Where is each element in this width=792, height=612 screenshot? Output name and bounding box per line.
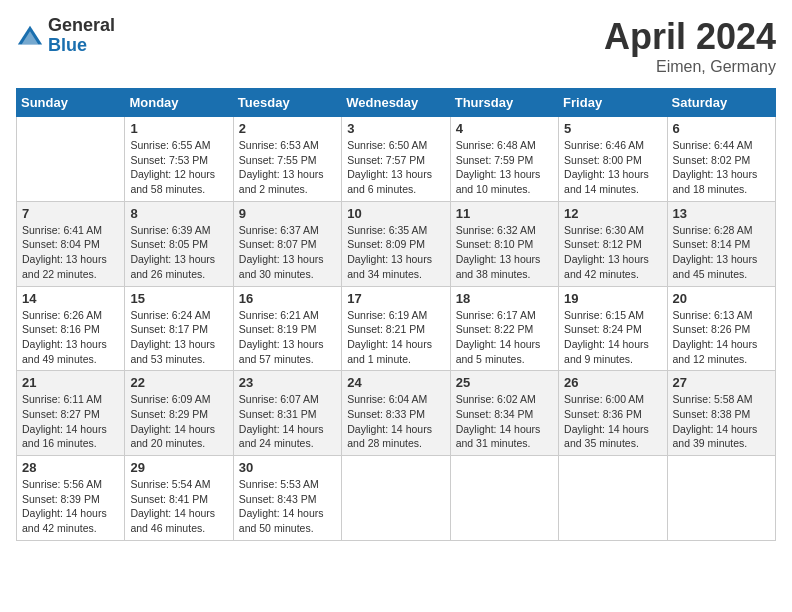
logo-text: General Blue	[48, 16, 115, 56]
cell-info: Sunrise: 6:04 AMSunset: 8:33 PMDaylight:…	[347, 392, 444, 451]
calendar-cell: 15Sunrise: 6:24 AMSunset: 8:17 PMDayligh…	[125, 286, 233, 371]
calendar-week-row: 7Sunrise: 6:41 AMSunset: 8:04 PMDaylight…	[17, 201, 776, 286]
cell-info: Sunrise: 6:19 AMSunset: 8:21 PMDaylight:…	[347, 308, 444, 367]
weekday-header-saturday: Saturday	[667, 89, 775, 117]
day-number: 27	[673, 375, 770, 390]
day-number: 10	[347, 206, 444, 221]
calendar-week-row: 14Sunrise: 6:26 AMSunset: 8:16 PMDayligh…	[17, 286, 776, 371]
day-number: 2	[239, 121, 336, 136]
cell-info: Sunrise: 6:21 AMSunset: 8:19 PMDaylight:…	[239, 308, 336, 367]
day-number: 16	[239, 291, 336, 306]
day-number: 8	[130, 206, 227, 221]
calendar-week-row: 21Sunrise: 6:11 AMSunset: 8:27 PMDayligh…	[17, 371, 776, 456]
cell-info: Sunrise: 6:41 AMSunset: 8:04 PMDaylight:…	[22, 223, 119, 282]
calendar-cell: 24Sunrise: 6:04 AMSunset: 8:33 PMDayligh…	[342, 371, 450, 456]
day-number: 12	[564, 206, 661, 221]
calendar-cell: 27Sunrise: 5:58 AMSunset: 8:38 PMDayligh…	[667, 371, 775, 456]
calendar-cell: 3Sunrise: 6:50 AMSunset: 7:57 PMDaylight…	[342, 117, 450, 202]
cell-info: Sunrise: 5:58 AMSunset: 8:38 PMDaylight:…	[673, 392, 770, 451]
calendar-cell: 4Sunrise: 6:48 AMSunset: 7:59 PMDaylight…	[450, 117, 558, 202]
calendar-cell: 7Sunrise: 6:41 AMSunset: 8:04 PMDaylight…	[17, 201, 125, 286]
calendar-cell	[17, 117, 125, 202]
calendar-cell: 17Sunrise: 6:19 AMSunset: 8:21 PMDayligh…	[342, 286, 450, 371]
day-number: 29	[130, 460, 227, 475]
calendar-cell: 18Sunrise: 6:17 AMSunset: 8:22 PMDayligh…	[450, 286, 558, 371]
cell-info: Sunrise: 6:09 AMSunset: 8:29 PMDaylight:…	[130, 392, 227, 451]
calendar-cell: 19Sunrise: 6:15 AMSunset: 8:24 PMDayligh…	[559, 286, 667, 371]
calendar-cell: 20Sunrise: 6:13 AMSunset: 8:26 PMDayligh…	[667, 286, 775, 371]
calendar-cell: 10Sunrise: 6:35 AMSunset: 8:09 PMDayligh…	[342, 201, 450, 286]
day-number: 18	[456, 291, 553, 306]
calendar-cell: 14Sunrise: 6:26 AMSunset: 8:16 PMDayligh…	[17, 286, 125, 371]
calendar-table: SundayMondayTuesdayWednesdayThursdayFrid…	[16, 88, 776, 541]
day-number: 21	[22, 375, 119, 390]
weekday-header-monday: Monday	[125, 89, 233, 117]
calendar-cell: 13Sunrise: 6:28 AMSunset: 8:14 PMDayligh…	[667, 201, 775, 286]
cell-info: Sunrise: 6:07 AMSunset: 8:31 PMDaylight:…	[239, 392, 336, 451]
weekday-header-thursday: Thursday	[450, 89, 558, 117]
weekday-header-wednesday: Wednesday	[342, 89, 450, 117]
calendar-cell: 28Sunrise: 5:56 AMSunset: 8:39 PMDayligh…	[17, 456, 125, 541]
calendar-cell: 5Sunrise: 6:46 AMSunset: 8:00 PMDaylight…	[559, 117, 667, 202]
calendar-cell: 6Sunrise: 6:44 AMSunset: 8:02 PMDaylight…	[667, 117, 775, 202]
day-number: 4	[456, 121, 553, 136]
day-number: 19	[564, 291, 661, 306]
calendar-cell	[667, 456, 775, 541]
calendar-cell: 26Sunrise: 6:00 AMSunset: 8:36 PMDayligh…	[559, 371, 667, 456]
day-number: 22	[130, 375, 227, 390]
calendar-cell	[450, 456, 558, 541]
cell-info: Sunrise: 6:39 AMSunset: 8:05 PMDaylight:…	[130, 223, 227, 282]
cell-info: Sunrise: 6:44 AMSunset: 8:02 PMDaylight:…	[673, 138, 770, 197]
cell-info: Sunrise: 6:32 AMSunset: 8:10 PMDaylight:…	[456, 223, 553, 282]
day-number: 5	[564, 121, 661, 136]
cell-info: Sunrise: 5:53 AMSunset: 8:43 PMDaylight:…	[239, 477, 336, 536]
cell-info: Sunrise: 6:48 AMSunset: 7:59 PMDaylight:…	[456, 138, 553, 197]
cell-info: Sunrise: 6:55 AMSunset: 7:53 PMDaylight:…	[130, 138, 227, 197]
day-number: 1	[130, 121, 227, 136]
cell-info: Sunrise: 6:46 AMSunset: 8:00 PMDaylight:…	[564, 138, 661, 197]
cell-info: Sunrise: 6:35 AMSunset: 8:09 PMDaylight:…	[347, 223, 444, 282]
day-number: 26	[564, 375, 661, 390]
cell-info: Sunrise: 6:53 AMSunset: 7:55 PMDaylight:…	[239, 138, 336, 197]
logo-general-text: General	[48, 16, 115, 36]
day-number: 23	[239, 375, 336, 390]
weekday-header-tuesday: Tuesday	[233, 89, 341, 117]
cell-info: Sunrise: 6:24 AMSunset: 8:17 PMDaylight:…	[130, 308, 227, 367]
calendar-cell: 16Sunrise: 6:21 AMSunset: 8:19 PMDayligh…	[233, 286, 341, 371]
day-number: 30	[239, 460, 336, 475]
cell-info: Sunrise: 6:50 AMSunset: 7:57 PMDaylight:…	[347, 138, 444, 197]
day-number: 15	[130, 291, 227, 306]
cell-info: Sunrise: 6:02 AMSunset: 8:34 PMDaylight:…	[456, 392, 553, 451]
weekday-header-sunday: Sunday	[17, 89, 125, 117]
weekday-header-friday: Friday	[559, 89, 667, 117]
title-block: April 2024 Eimen, Germany	[604, 16, 776, 76]
page-header: General Blue April 2024 Eimen, Germany	[16, 16, 776, 76]
location-subtitle: Eimen, Germany	[604, 58, 776, 76]
cell-info: Sunrise: 6:26 AMSunset: 8:16 PMDaylight:…	[22, 308, 119, 367]
day-number: 6	[673, 121, 770, 136]
calendar-cell	[342, 456, 450, 541]
day-number: 13	[673, 206, 770, 221]
calendar-week-row: 1Sunrise: 6:55 AMSunset: 7:53 PMDaylight…	[17, 117, 776, 202]
calendar-cell	[559, 456, 667, 541]
calendar-cell: 29Sunrise: 5:54 AMSunset: 8:41 PMDayligh…	[125, 456, 233, 541]
calendar-cell: 2Sunrise: 6:53 AMSunset: 7:55 PMDaylight…	[233, 117, 341, 202]
cell-info: Sunrise: 6:13 AMSunset: 8:26 PMDaylight:…	[673, 308, 770, 367]
day-number: 24	[347, 375, 444, 390]
calendar-cell: 30Sunrise: 5:53 AMSunset: 8:43 PMDayligh…	[233, 456, 341, 541]
cell-info: Sunrise: 6:30 AMSunset: 8:12 PMDaylight:…	[564, 223, 661, 282]
calendar-cell: 8Sunrise: 6:39 AMSunset: 8:05 PMDaylight…	[125, 201, 233, 286]
calendar-cell: 22Sunrise: 6:09 AMSunset: 8:29 PMDayligh…	[125, 371, 233, 456]
month-year-title: April 2024	[604, 16, 776, 58]
day-number: 9	[239, 206, 336, 221]
cell-info: Sunrise: 6:11 AMSunset: 8:27 PMDaylight:…	[22, 392, 119, 451]
cell-info: Sunrise: 6:00 AMSunset: 8:36 PMDaylight:…	[564, 392, 661, 451]
day-number: 3	[347, 121, 444, 136]
logo-blue-text: Blue	[48, 36, 115, 56]
logo: General Blue	[16, 16, 115, 56]
calendar-header-row: SundayMondayTuesdayWednesdayThursdayFrid…	[17, 89, 776, 117]
calendar-cell: 11Sunrise: 6:32 AMSunset: 8:10 PMDayligh…	[450, 201, 558, 286]
day-number: 28	[22, 460, 119, 475]
calendar-cell: 12Sunrise: 6:30 AMSunset: 8:12 PMDayligh…	[559, 201, 667, 286]
cell-info: Sunrise: 5:54 AMSunset: 8:41 PMDaylight:…	[130, 477, 227, 536]
